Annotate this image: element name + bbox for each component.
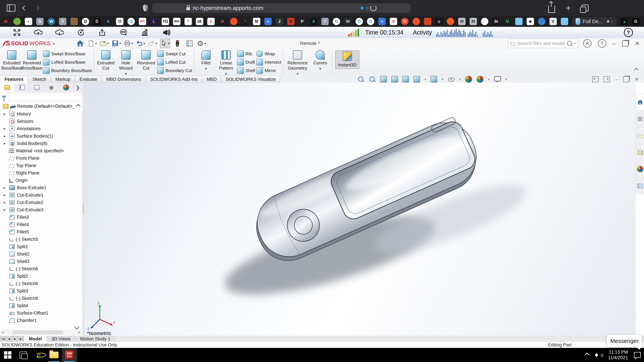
search-dropdown-icon[interactable]: ▾ (574, 41, 576, 45)
internet-explorer-button[interactable]: e (31, 348, 46, 362)
panel-splitter[interactable] (82, 83, 84, 336)
apply-scene-dropdown[interactable]: ▾ (488, 77, 490, 81)
bookmark-favicon[interactable]: T (321, 18, 329, 25)
edit-appearance-icon[interactable] (465, 76, 472, 83)
view-settings-dropdown[interactable]: ▾ (505, 77, 507, 81)
doc-restore-icon[interactable] (623, 76, 630, 82)
tab-audio-icon[interactable] (361, 6, 366, 10)
bookmark-favicon[interactable]: M (219, 18, 226, 25)
print-button[interactable]: ▾ (124, 39, 133, 48)
file-explorer-button[interactable] (46, 348, 62, 362)
bookmark-favicon[interactable]: II (390, 18, 397, 25)
bookmark-favicon[interactable]: G (128, 18, 135, 25)
doc-tab-3d-views[interactable]: 3D Views (47, 336, 76, 342)
tree-scroll-up-icon[interactable] (76, 104, 80, 109)
bookmark-favicon[interactable]: St (492, 18, 500, 25)
tree-item-annotations[interactable]: ▸Annotations (0, 125, 82, 132)
bookmark-favicon[interactable]: IA (196, 18, 203, 25)
expand-arrow-icon[interactable]: ▸ (4, 186, 10, 190)
bookmark-favicon[interactable]: G (632, 18, 640, 25)
bookmark-favicon[interactable]: M (458, 18, 466, 25)
bookmark-favicon[interactable]: P (298, 18, 306, 25)
tree-item--sketch6[interactable]: (-) Sketch6 (0, 265, 82, 273)
tree-scroll-down-icon[interactable] (74, 325, 79, 330)
display-style-dropdown[interactable]: ▾ (442, 77, 443, 81)
bookmark-favicon[interactable]: WIX (173, 18, 180, 25)
help-icon[interactable]: ? (598, 39, 606, 48)
bookmark-favicon[interactable]: M (2, 18, 10, 25)
configurationmanager-tab[interactable] (29, 83, 44, 92)
open-button[interactable]: ▾ (100, 39, 109, 48)
tree-filter-input[interactable] (8, 94, 81, 101)
tree-item-shell2[interactable]: Shell2 (0, 250, 82, 258)
share-session-icon[interactable] (98, 28, 106, 37)
bookmark-favicon[interactable]: ▲ (621, 18, 628, 25)
session-reset-icon[interactable] (76, 28, 85, 37)
tab-nav-last-icon[interactable]: ▶| (18, 336, 24, 342)
bookmark-favicon[interactable]: TD (162, 18, 169, 25)
hole-wizard-button[interactable]: Hole Wizard▾ (116, 50, 136, 76)
expand-arrow-icon[interactable]: ▸ (4, 141, 10, 146)
tree-item-split4[interactable]: Split4 (0, 302, 82, 309)
expand-arrow-icon[interactable]: ▸ (4, 126, 10, 131)
design-library-tab[interactable] (636, 110, 644, 127)
privacy-shield-icon[interactable] (143, 5, 148, 11)
bookmark-favicon[interactable]: S (36, 18, 44, 25)
command-tab-evaluate[interactable]: Evaluate (75, 76, 102, 83)
tree-item-split3[interactable]: Split3 (0, 287, 82, 295)
save-button[interactable]: ▾ (112, 39, 121, 48)
panel-tabs-overflow[interactable]: ❯ (74, 83, 82, 92)
bookmark-favicon[interactable]: ◌ (481, 18, 488, 25)
tree-item-fillet5[interactable]: Fillet5 (0, 228, 82, 236)
bookmark-favicon[interactable] (70, 18, 78, 25)
new-document-button[interactable]: ▾ (88, 39, 97, 48)
bookmark-favicon[interactable]: G (333, 18, 340, 25)
mirror-button[interactable]: Mirror (256, 66, 282, 75)
expand-arrow-icon[interactable]: ▸ (4, 208, 10, 212)
forward-icon[interactable] (35, 6, 40, 10)
shell-button[interactable]: Shell (237, 66, 255, 75)
options-list-icon[interactable] (185, 39, 194, 48)
command-tab-solidworks-visualize[interactable]: SOLIDWORKS Visualize (221, 76, 280, 83)
bookmark-favicon[interactable]: ▪ (25, 18, 32, 25)
collapse-left-pane-icon[interactable] (592, 76, 598, 82)
wrap-button[interactable]: Wrap (256, 50, 282, 58)
chat-icon[interactable] (119, 28, 128, 37)
view-settings-icon[interactable] (494, 76, 501, 83)
back-icon[interactable] (22, 6, 27, 10)
displaymanager-tab[interactable] (59, 83, 74, 92)
splitter-grip[interactable] (82, 203, 84, 214)
bookmark-favicon[interactable]: # (207, 18, 215, 25)
bookmark-favicon[interactable] (447, 18, 454, 25)
bookmark-favicon[interactable] (14, 18, 21, 25)
bookmark-favicon[interactable]: * (242, 18, 249, 25)
bookmark-favicon[interactable]: M (504, 18, 511, 25)
tree-hscrollbar[interactable]: < > (0, 330, 82, 335)
settings-gear-icon[interactable]: ⚙▾ (197, 39, 206, 48)
reference-geometry-button[interactable]: Reference Geometry▾ (285, 50, 310, 76)
section-view-icon[interactable] (391, 76, 398, 83)
tab-nav-next-icon[interactable]: ▶ (12, 336, 18, 342)
task-view-button[interactable] (16, 348, 31, 362)
tab-nav-first-icon[interactable]: |◀ (0, 336, 6, 342)
hscroll-thumb[interactable] (13, 330, 63, 334)
bookmark-favicon[interactable] (538, 18, 546, 25)
rebuild-traffic-light-icon[interactable] (173, 39, 182, 48)
bookmark-favicon[interactable]: W (344, 18, 352, 25)
bookmark-favicon[interactable] (424, 18, 431, 25)
audio-icon[interactable] (162, 28, 170, 37)
volume-icon[interactable] (595, 353, 602, 358)
bookmark-favicon[interactable]: G (367, 18, 374, 25)
revolved-cut-button[interactable]: Revolved Cut (136, 50, 156, 71)
instant3d-button[interactable]: Instant3D (335, 50, 359, 69)
tree-item-sensors[interactable]: Sensors (0, 118, 82, 125)
undo-button[interactable]: ▾ (136, 39, 145, 48)
tree-item-front-plane[interactable]: Front Plane (0, 155, 82, 162)
apply-scene-icon[interactable] (476, 76, 484, 83)
bookmark-favicon[interactable]: G (356, 18, 363, 25)
account-icon[interactable] (583, 39, 592, 48)
tree-item-shell3[interactable]: Shell3 (0, 258, 82, 265)
tab-nav-prev-icon[interactable]: ◀ (6, 336, 12, 342)
propertymanager-tab[interactable] (15, 83, 30, 92)
tab-overview-icon[interactable] (582, 4, 589, 11)
